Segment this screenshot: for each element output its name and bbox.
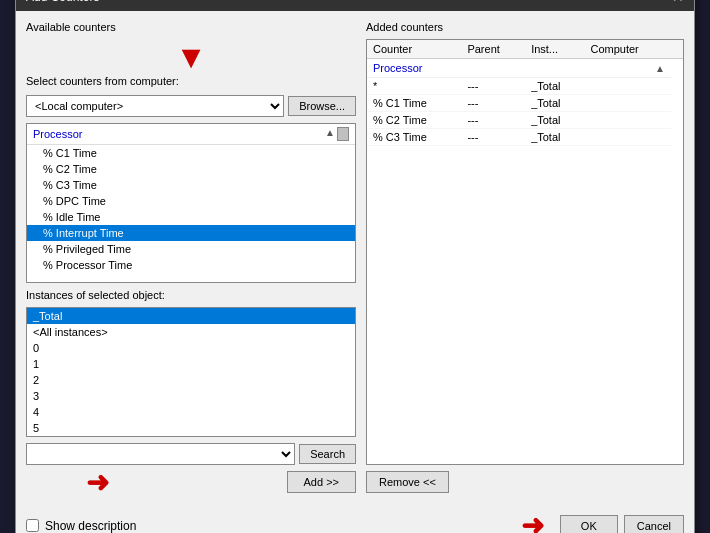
row-instance-c1: _Total <box>525 95 584 112</box>
counter-item-privileged[interactable]: % Privileged Time <box>27 241 355 257</box>
row-computer-star <box>584 78 671 95</box>
left-panel: Available counters ▼ Select counters fro… <box>26 21 356 493</box>
right-arrow-add-icon: ➜ <box>86 466 109 499</box>
row-parent-star: --- <box>461 78 525 95</box>
dialog-bottom: Show description ➜ OK Cancel <box>16 503 694 533</box>
right-panel: Added counters Counter Parent Inst... Co… <box>366 21 684 493</box>
counter-item-c3[interactable]: % C3 Time <box>27 177 355 193</box>
cancel-button[interactable]: Cancel <box>624 515 684 534</box>
row-counter-star: * <box>367 78 461 95</box>
show-description-checkbox[interactable] <box>26 519 39 532</box>
counter-item-c2[interactable]: % C2 Time <box>27 161 355 177</box>
computer-select-row: <Local computer> Browse... <box>26 95 356 117</box>
row-computer-c3 <box>584 129 671 146</box>
select-label: Select counters from computer: <box>26 75 356 87</box>
row-counter-c1: % C1 Time <box>367 95 461 112</box>
right-arrow-ok-icon: ➜ <box>521 509 544 533</box>
ok-button[interactable]: OK <box>560 515 618 534</box>
table-row: % C2 Time --- _Total <box>367 112 683 129</box>
counter-group-label: Processor <box>33 128 83 140</box>
counter-item-c1[interactable]: % C1 Time <box>27 145 355 161</box>
added-group-label: Processor <box>373 62 423 74</box>
ok-cancel-area: ➜ OK Cancel <box>521 509 684 533</box>
instances-label: Instances of selected object: <box>26 289 356 301</box>
added-group-collapse-icon[interactable]: ▲ <box>655 63 665 74</box>
row-computer-c1 <box>584 95 671 112</box>
table-row: * --- _Total <box>367 78 683 95</box>
show-description-label: Show description <box>45 519 136 533</box>
row-counter-c3: % C3 Time <box>367 129 461 146</box>
counter-item-idle[interactable]: % Idle Time <box>27 209 355 225</box>
added-group-header: Processor ▲ <box>367 59 671 78</box>
col-counter: Counter <box>367 40 461 59</box>
add-counters-dialog: Add Counters ✕ Available counters ▼ Sele… <box>15 0 695 533</box>
instances-list-box[interactable]: _Total <All instances> 0 1 2 3 4 5 <box>26 307 356 437</box>
scrollbar-up[interactable] <box>337 127 349 141</box>
instance-total[interactable]: _Total <box>27 308 355 324</box>
row-parent-c2: --- <box>461 112 525 129</box>
col-parent: Parent <box>461 40 525 59</box>
instance-1[interactable]: 1 <box>27 356 355 372</box>
instance-3[interactable]: 3 <box>27 388 355 404</box>
row-parent-c3: --- <box>461 129 525 146</box>
available-counters-label: Available counters <box>26 21 356 33</box>
collapse-icon[interactable]: ▲ <box>325 127 335 141</box>
computer-select[interactable]: <Local computer> <box>26 95 284 117</box>
browse-button[interactable]: Browse... <box>288 96 356 116</box>
instance-all[interactable]: <All instances> <box>27 324 355 340</box>
counter-item-processor[interactable]: % Processor Time <box>27 257 355 273</box>
row-instance-c2: _Total <box>525 112 584 129</box>
counter-list-header: Processor ▲ <box>27 124 355 145</box>
remove-button[interactable]: Remove << <box>366 471 449 493</box>
search-row: Search <box>26 443 356 465</box>
instance-4[interactable]: 4 <box>27 404 355 420</box>
add-row: ➜ Add >> <box>26 471 356 493</box>
instance-5[interactable]: 5 <box>27 420 355 436</box>
col-instance: Inst... <box>525 40 584 59</box>
row-parent-c1: --- <box>461 95 525 112</box>
instance-0[interactable]: 0 <box>27 340 355 356</box>
instance-2[interactable]: 2 <box>27 372 355 388</box>
dialog-title: Add Counters <box>26 0 99 4</box>
col-scroll-spacer <box>671 40 683 59</box>
row-counter-c2: % C2 Time <box>367 112 461 129</box>
table-row: % C1 Time --- _Total <box>367 95 683 112</box>
col-computer: Computer <box>584 40 671 59</box>
row-instance-star: _Total <box>525 78 584 95</box>
title-bar: Add Counters ✕ <box>16 0 694 11</box>
down-arrow-container: ▼ <box>26 41 356 73</box>
counter-item-dpc[interactable]: % DPC Time <box>27 193 355 209</box>
counters-table: Counter Parent Inst... Computer Processo… <box>367 40 683 146</box>
add-button[interactable]: Add >> <box>287 471 356 493</box>
dialog-body: Available counters ▼ Select counters fro… <box>16 11 694 503</box>
added-table: Counter Parent Inst... Computer Processo… <box>366 39 684 465</box>
row-computer-c2 <box>584 112 671 129</box>
group-row: Processor ▲ <box>367 59 683 79</box>
table-row: % C3 Time --- _Total <box>367 129 683 146</box>
counter-item-interrupt[interactable]: % Interrupt Time <box>27 225 355 241</box>
search-button[interactable]: Search <box>299 444 356 464</box>
show-description-row: Show description <box>26 515 136 534</box>
counter-list-box[interactable]: Processor ▲ % C1 Time % C2 Time % C3 Tim… <box>26 123 356 283</box>
row-instance-c3: _Total <box>525 129 584 146</box>
down-arrow-icon: ▼ <box>175 41 207 73</box>
counter-items-list: % C1 Time % C2 Time % C3 Time % DPC Time… <box>27 145 355 273</box>
remove-row: Remove << <box>366 471 684 493</box>
search-select[interactable] <box>26 443 295 465</box>
added-counters-label: Added counters <box>366 21 684 33</box>
close-button[interactable]: ✕ <box>672 0 684 5</box>
